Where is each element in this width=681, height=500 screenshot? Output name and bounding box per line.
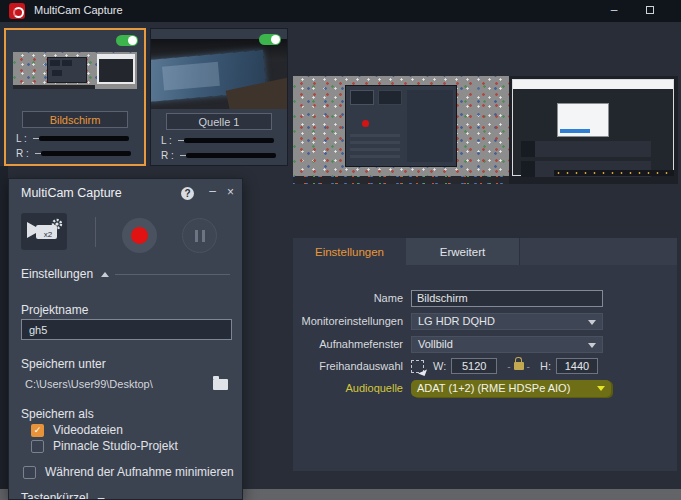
preview-browser-window xyxy=(512,79,674,176)
capture-preview-image xyxy=(293,76,678,184)
lock-icon xyxy=(514,362,524,370)
pause-icon xyxy=(202,230,205,242)
checkbox-pinnacle-projekt[interactable]: Pinnacle Studio-Projekt xyxy=(31,439,178,453)
project-name-label: Projektname xyxy=(21,303,88,317)
button-divider xyxy=(95,217,96,247)
chevron-down-icon xyxy=(597,386,605,391)
checkbox-minimize-during-capture[interactable]: Während der Aufnahme minimieren xyxy=(23,465,234,479)
source-name-field[interactable]: Bildschirm xyxy=(22,111,128,128)
aspect-lock[interactable]: -- xyxy=(507,361,530,372)
panel-close-button[interactable]: × xyxy=(227,185,234,199)
meter-label-r: R : xyxy=(16,148,29,159)
settings-section-label: Einstellungen xyxy=(21,267,93,281)
collapse-arrow-icon xyxy=(101,272,109,277)
record-icon xyxy=(131,227,148,244)
camera-settings-button[interactable]: x2 xyxy=(21,213,67,250)
audio-source-value: ADAT (1+2) (RME HDSPe AIO) xyxy=(417,382,570,394)
freehand-row: Freihandauswahl W: -- H: xyxy=(293,357,677,375)
window-minimize-button[interactable]: – xyxy=(599,0,629,22)
preview-app-window xyxy=(345,85,457,167)
width-input[interactable] xyxy=(451,358,497,374)
pause-button[interactable] xyxy=(182,218,217,253)
width-label: W: xyxy=(433,360,446,372)
source-thumbnail-screen xyxy=(13,52,137,89)
checkbox-checked-icon[interactable]: ✓ xyxy=(31,424,44,437)
checkbox-videodateien[interactable]: ✓ Videodateien xyxy=(31,423,123,437)
window-titlebar: MultiCam Capture – xyxy=(0,0,681,22)
checkbox-unchecked-icon[interactable] xyxy=(31,440,44,453)
height-label: H: xyxy=(540,360,551,372)
source-card-quelle1[interactable]: Quelle 1 L : R : xyxy=(150,28,288,166)
svg-text:x2: x2 xyxy=(44,230,53,239)
meter-bar xyxy=(186,153,276,158)
settings-panel: Einstellungen Erweitert Name Monitoreins… xyxy=(293,238,677,471)
browser-dialog xyxy=(557,103,609,137)
meter-bar xyxy=(184,138,274,143)
mini-app-window xyxy=(47,57,87,83)
monitor-label: Monitoreinstellungen xyxy=(293,315,411,327)
audio-meter-right: R : xyxy=(161,150,278,161)
section-divider-line xyxy=(115,274,230,275)
tab-strip-filler xyxy=(520,238,677,265)
freehand-selection-icon[interactable] xyxy=(411,360,424,373)
capture-window-dropdown[interactable]: Vollbild xyxy=(411,336,603,353)
maximize-icon xyxy=(646,6,654,14)
save-as-label: Speichern als xyxy=(21,407,94,421)
source-thumbnail-camera xyxy=(151,39,287,109)
settings-tabs: Einstellungen Erweitert xyxy=(293,238,677,265)
preview-right-taskbar xyxy=(554,170,674,176)
source-enabled-toggle[interactable] xyxy=(259,34,281,45)
browser-content xyxy=(513,89,673,175)
save-under-label: Speichern unter xyxy=(21,357,106,371)
checkbox-label: Videodateien xyxy=(53,423,123,437)
save-path: C:\Users\User99\Desktop\ xyxy=(25,378,153,390)
capture-window-label: Aufnahmefenster xyxy=(293,338,411,350)
audio-source-label: Audioquelle xyxy=(293,382,411,394)
capture-window-value: Vollbild xyxy=(418,338,453,350)
chevron-down-icon xyxy=(588,343,596,348)
folder-browse-icon[interactable] xyxy=(213,379,228,390)
height-input[interactable] xyxy=(556,358,598,374)
mini-taskbar xyxy=(13,85,95,89)
preview-record-dot xyxy=(362,120,369,127)
capture-window-row: Aufnahmefenster Vollbild xyxy=(293,335,677,353)
panel-title: MultiCam Capture xyxy=(21,186,122,200)
record-button[interactable] xyxy=(122,218,157,253)
name-row: Name xyxy=(293,289,677,307)
window-maximize-button[interactable] xyxy=(635,0,665,22)
meter-label-r: R : xyxy=(161,150,174,161)
source-enabled-toggle[interactable] xyxy=(116,35,138,46)
pause-icon xyxy=(195,230,198,242)
panel-minimize-button[interactable]: – xyxy=(209,184,216,198)
monitor-value: LG HDR DQHD xyxy=(418,315,495,327)
meter-bar xyxy=(39,136,129,141)
chevron-down-icon xyxy=(588,320,596,325)
source-name-field[interactable]: Quelle 1 xyxy=(166,113,272,130)
mini-browser-window xyxy=(97,54,135,84)
audio-source-dropdown[interactable]: ADAT (1+2) (RME HDSPe AIO) xyxy=(411,380,611,397)
window-title: MultiCam Capture xyxy=(34,4,123,16)
help-button[interactable]: ? xyxy=(181,187,194,200)
preview-desktop xyxy=(293,76,509,176)
project-name-input[interactable] xyxy=(21,319,232,340)
name-label: Name xyxy=(293,292,411,304)
left-gutter xyxy=(0,166,8,500)
shortcuts-section-header[interactable]: Tastenkürzel – xyxy=(21,491,104,500)
forum-post xyxy=(521,141,651,157)
meter-bar xyxy=(41,151,131,156)
shortcuts-section-label: Tastenkürzel xyxy=(21,491,88,500)
camera-x2-icon: x2 xyxy=(24,218,64,246)
preview-taskbar xyxy=(293,176,509,184)
app-logo-icon xyxy=(9,3,25,19)
audio-meter-left: L : xyxy=(161,135,276,146)
checkbox-unchecked-icon[interactable] xyxy=(23,466,36,479)
tab-erweitert[interactable]: Erweitert xyxy=(406,238,520,265)
source-card-bildschirm[interactable]: Bildschirm L : R : xyxy=(4,28,146,166)
monitor-dropdown[interactable]: LG HDR DQHD xyxy=(411,313,603,330)
tab-einstellungen[interactable]: Einstellungen xyxy=(293,238,406,265)
collapse-dash-icon: – xyxy=(98,491,105,500)
name-input[interactable] xyxy=(411,290,603,307)
multicam-capture-panel: MultiCam Capture ? – × x2 Einstellungen … xyxy=(8,178,243,500)
meter-label-l: L : xyxy=(161,135,172,146)
settings-section-header[interactable]: Einstellungen xyxy=(21,267,230,281)
